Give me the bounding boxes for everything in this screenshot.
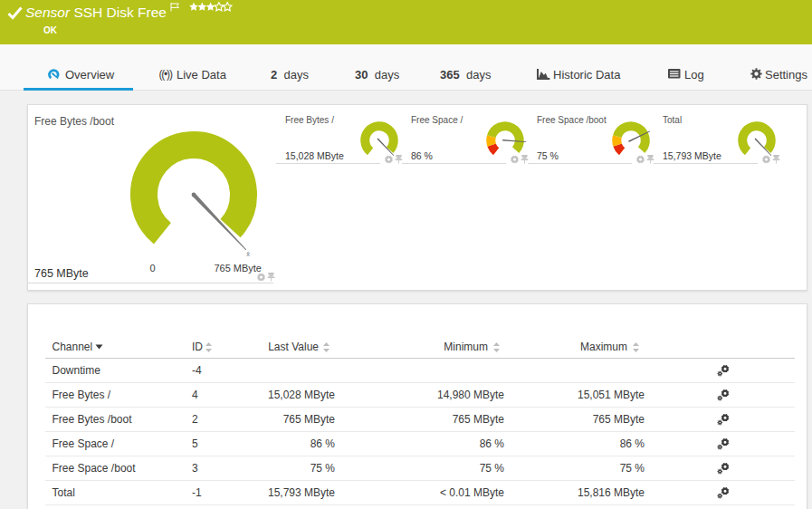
svg-text:x̄: x̄ [246, 250, 250, 258]
